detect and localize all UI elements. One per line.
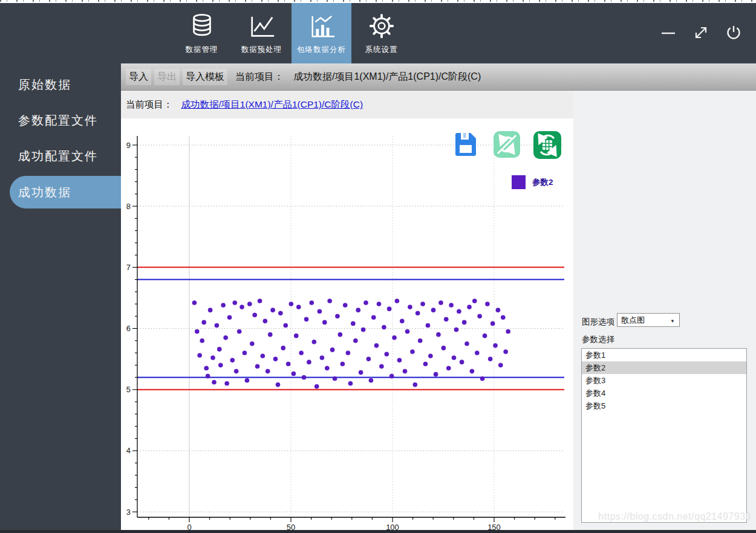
svg-text:100: 100 xyxy=(386,523,399,530)
legend-swatch xyxy=(512,175,526,189)
line-chart-icon xyxy=(248,11,276,41)
chart-type-value: 散点图 xyxy=(621,315,645,326)
sidebar-item-success-data[interactable]: 成功数据 xyxy=(10,176,121,208)
chart-type-dropdown[interactable]: 散点图 ▼ xyxy=(617,313,680,327)
tab-label: 数据预处理 xyxy=(241,45,282,55)
action-toolbar: 导入 导出 导入模板 当前项目： 成功数据/项目1(XM1)/产品1(CP1)/… xyxy=(121,63,756,91)
svg-text:0: 0 xyxy=(187,523,191,530)
import-button[interactable]: 导入 xyxy=(126,69,151,85)
project-row: 当前项目： 成功数据/项目1(XM1)/产品1(CP1)/C阶段(C) xyxy=(121,91,573,118)
list-item-param3[interactable]: 参数3 xyxy=(582,374,746,387)
scatter-plot: 3456789050100150 xyxy=(121,118,573,530)
watermark: https://blog.csdn.net/qq21497936 xyxy=(598,511,751,522)
svg-text:50: 50 xyxy=(287,523,295,530)
svg-text:6: 6 xyxy=(126,324,131,333)
svg-text:7: 7 xyxy=(126,263,131,272)
list-item-param5[interactable]: 参数5 xyxy=(582,399,746,412)
refresh-table-icon[interactable] xyxy=(533,131,561,161)
current-project-path: 成功数据/项目1(XM1)/产品1(CP1)/C阶段(C) xyxy=(293,71,481,83)
window-bottom-edge xyxy=(0,530,756,533)
tab-label: 包络数据分析 xyxy=(297,45,346,55)
toolbar-tabs: 数据管理 数据预处理 包络数据分 xyxy=(172,3,411,63)
database-icon xyxy=(188,11,216,41)
project-row-label: 当前项目： xyxy=(126,99,173,111)
right-panel: 图形选项 散点图 ▼ 参数选择 参数1 参数2 参数3 参数4 参数5 http… xyxy=(573,91,756,530)
svg-text:5: 5 xyxy=(126,385,131,394)
svg-text:3: 3 xyxy=(126,508,131,517)
bar-chart-icon xyxy=(308,11,336,41)
gear-icon xyxy=(368,11,396,41)
export-button[interactable]: 导出 xyxy=(154,69,180,85)
list-item-param2[interactable]: 参数2 xyxy=(582,361,746,374)
minimize-icon[interactable] xyxy=(659,24,677,42)
list-item-param4[interactable]: 参数4 xyxy=(582,387,746,399)
sidebar-item-param-config[interactable]: 参数配置文件 xyxy=(0,103,121,138)
chart-option-label: 图形选项 xyxy=(582,317,614,328)
chart-area: 3456789050100150 xyxy=(121,118,573,530)
tab-system-settings[interactable]: 系统设置 xyxy=(351,3,411,63)
save-icon[interactable] xyxy=(454,132,477,160)
svg-text:150: 150 xyxy=(487,523,501,530)
power-icon[interactable] xyxy=(725,24,743,42)
legend-label: 参数2 xyxy=(532,177,553,188)
svg-text:9: 9 xyxy=(126,141,131,150)
chevron-down-icon: ▼ xyxy=(670,318,675,324)
tab-data-preprocess[interactable]: 数据预处理 xyxy=(232,3,292,63)
svg-text:4: 4 xyxy=(126,446,131,455)
tab-label: 数据管理 xyxy=(186,45,218,55)
sidebar-item-raw-data[interactable]: 原始数据 xyxy=(0,67,121,103)
window-controls xyxy=(659,24,743,42)
maximize-icon[interactable] xyxy=(692,24,710,42)
param-select-label: 参数选择 xyxy=(582,334,614,345)
chart-legend: 参数2 xyxy=(512,175,553,189)
sidebar-item-success-config[interactable]: 成功配置文件 xyxy=(0,138,121,174)
param-listbox[interactable]: 参数1 参数2 参数3 参数4 参数5 xyxy=(581,348,747,523)
tab-label: 系统设置 xyxy=(365,45,398,55)
svg-text:8: 8 xyxy=(126,202,131,211)
sidebar: 原始数据 参数配置文件 成功配置文件 成功数据 xyxy=(0,63,121,533)
list-item-param1[interactable]: 参数1 xyxy=(582,349,746,361)
refresh-off-icon[interactable] xyxy=(494,131,520,160)
tab-data-management[interactable]: 数据管理 xyxy=(172,3,232,63)
project-link[interactable]: 成功数据/项目1(XM1)/产品1(CP1)/C阶段(C) xyxy=(181,99,363,111)
top-toolbar: 数据管理 数据预处理 包络数据分 xyxy=(0,3,756,63)
current-project-label: 当前项目： xyxy=(235,71,284,83)
tab-envelope-analysis[interactable]: 包络数据分析 xyxy=(292,3,351,63)
import-template-button[interactable]: 导入模板 xyxy=(183,69,227,85)
